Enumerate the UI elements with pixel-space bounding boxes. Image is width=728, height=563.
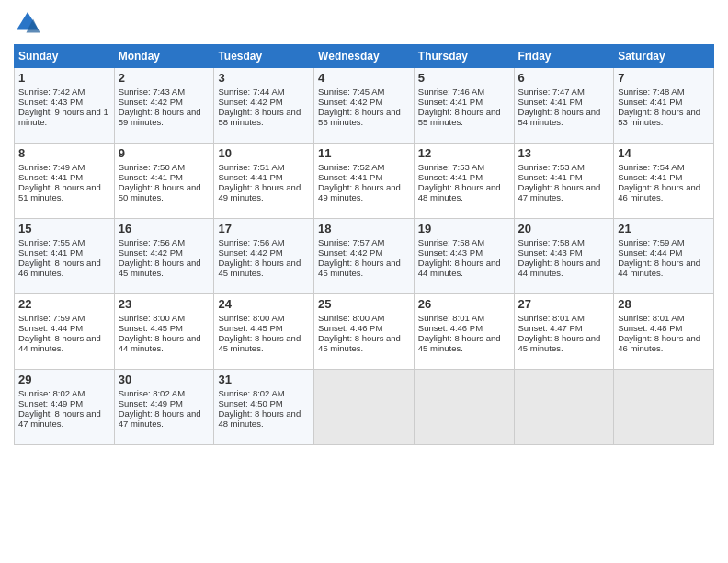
sunset: Sunset: 4:41 PM <box>518 172 583 182</box>
sunset: Sunset: 4:42 PM <box>119 97 183 107</box>
daylight: Daylight: 8 hours and 45 minutes. <box>318 333 401 353</box>
sunset: Sunset: 4:42 PM <box>218 97 282 107</box>
day-header-saturday: Saturday <box>614 45 714 68</box>
calendar-cell: 15Sunrise: 7:55 AMSunset: 4:41 PMDayligh… <box>15 219 115 294</box>
daylight: Daylight: 8 hours and 45 minutes. <box>318 258 401 278</box>
sunset: Sunset: 4:41 PM <box>518 97 583 107</box>
calendar-header-row: SundayMondayTuesdayWednesdayThursdayFrid… <box>15 45 714 68</box>
day-number: 28 <box>618 297 710 311</box>
day-number: 12 <box>418 146 510 160</box>
day-number: 26 <box>418 297 510 311</box>
sunset: Sunset: 4:41 PM <box>618 97 682 107</box>
daylight: Daylight: 8 hours and 45 minutes. <box>518 333 601 353</box>
calendar-cell: 31Sunrise: 8:02 AMSunset: 4:50 PMDayligh… <box>214 370 314 445</box>
calendar-cell: 9Sunrise: 7:50 AMSunset: 4:41 PMDaylight… <box>114 144 214 219</box>
day-number: 24 <box>218 297 310 311</box>
sunrise: Sunrise: 8:02 AM <box>218 388 284 398</box>
day-header-friday: Friday <box>514 45 614 68</box>
sunset: Sunset: 4:43 PM <box>518 247 583 258</box>
day-number: 4 <box>318 71 410 85</box>
calendar-cell: 29Sunrise: 8:02 AMSunset: 4:49 PMDayligh… <box>15 370 115 445</box>
sunrise: Sunrise: 8:00 AM <box>318 313 384 323</box>
day-number: 21 <box>618 222 710 236</box>
daylight: Daylight: 8 hours and 47 minutes. <box>518 182 601 202</box>
daylight: Daylight: 8 hours and 55 minutes. <box>418 107 501 127</box>
sunrise: Sunrise: 7:57 AM <box>318 237 384 247</box>
daylight: Daylight: 8 hours and 48 minutes. <box>218 408 301 429</box>
sunrise: Sunrise: 7:54 AM <box>618 162 684 172</box>
sunrise: Sunrise: 7:45 AM <box>318 86 384 97</box>
daylight: Daylight: 8 hours and 45 minutes. <box>418 333 501 353</box>
sunset: Sunset: 4:43 PM <box>418 247 483 258</box>
day-number: 1 <box>18 71 110 85</box>
daylight: Daylight: 8 hours and 46 minutes. <box>618 182 700 202</box>
sunrise: Sunrise: 7:47 AM <box>518 86 585 97</box>
day-number: 19 <box>418 222 510 236</box>
day-number: 25 <box>318 297 410 311</box>
day-number: 31 <box>218 373 310 386</box>
daylight: Daylight: 8 hours and 45 minutes. <box>218 333 301 353</box>
sunrise: Sunrise: 7:52 AM <box>318 162 384 172</box>
day-number: 15 <box>18 222 110 236</box>
day-number: 14 <box>618 146 710 160</box>
calendar-cell: 6Sunrise: 7:47 AMSunset: 4:41 PMDaylight… <box>514 68 614 144</box>
sunset: Sunset: 4:45 PM <box>119 323 183 333</box>
sunrise: Sunrise: 7:59 AM <box>18 313 85 323</box>
calendar-cell: 16Sunrise: 7:56 AMSunset: 4:42 PMDayligh… <box>114 219 214 294</box>
day-number: 8 <box>18 146 110 160</box>
day-number: 16 <box>119 222 210 236</box>
sunset: Sunset: 4:44 PM <box>618 247 682 258</box>
daylight: Daylight: 8 hours and 50 minutes. <box>119 182 201 202</box>
calendar-cell: 21Sunrise: 7:59 AMSunset: 4:44 PMDayligh… <box>614 219 714 294</box>
calendar-cell: 8Sunrise: 7:49 AMSunset: 4:41 PMDaylight… <box>15 144 115 219</box>
daylight: Daylight: 8 hours and 45 minutes. <box>218 258 301 278</box>
calendar-cell <box>314 370 415 445</box>
sunrise: Sunrise: 8:00 AM <box>119 313 185 323</box>
sunrise: Sunrise: 8:00 AM <box>218 313 284 323</box>
daylight: Daylight: 8 hours and 46 minutes. <box>18 258 101 278</box>
sunset: Sunset: 4:47 PM <box>518 323 583 333</box>
day-number: 10 <box>218 146 310 160</box>
calendar-body: 1Sunrise: 7:42 AMSunset: 4:43 PMDaylight… <box>15 68 714 445</box>
day-number: 7 <box>618 71 710 85</box>
calendar-cell: 22Sunrise: 7:59 AMSunset: 4:44 PMDayligh… <box>15 294 115 370</box>
sunrise: Sunrise: 7:59 AM <box>618 237 684 247</box>
daylight: Daylight: 8 hours and 45 minutes. <box>119 258 201 278</box>
daylight: Daylight: 8 hours and 49 minutes. <box>318 182 401 202</box>
calendar-cell <box>514 370 614 445</box>
day-number: 5 <box>418 71 510 85</box>
calendar-cell: 4Sunrise: 7:45 AMSunset: 4:42 PMDaylight… <box>314 68 415 144</box>
sunset: Sunset: 4:41 PM <box>119 172 183 182</box>
calendar-cell: 18Sunrise: 7:57 AMSunset: 4:42 PMDayligh… <box>314 219 415 294</box>
day-header-thursday: Thursday <box>414 45 514 68</box>
day-number: 27 <box>518 297 610 311</box>
sunrise: Sunrise: 7:53 AM <box>518 162 585 172</box>
day-number: 23 <box>119 297 210 311</box>
day-header-tuesday: Tuesday <box>214 45 314 68</box>
sunrise: Sunrise: 8:01 AM <box>518 313 585 323</box>
daylight: Daylight: 8 hours and 49 minutes. <box>218 182 301 202</box>
daylight: Daylight: 8 hours and 58 minutes. <box>218 107 301 127</box>
week-row-4: 22Sunrise: 7:59 AMSunset: 4:44 PMDayligh… <box>15 294 714 370</box>
calendar-cell: 14Sunrise: 7:54 AMSunset: 4:41 PMDayligh… <box>614 144 714 219</box>
calendar-cell: 28Sunrise: 8:01 AMSunset: 4:48 PMDayligh… <box>614 294 714 370</box>
sunrise: Sunrise: 7:48 AM <box>618 86 684 97</box>
sunset: Sunset: 4:43 PM <box>18 97 83 107</box>
sunrise: Sunrise: 7:53 AM <box>418 162 484 172</box>
daylight: Daylight: 8 hours and 47 minutes. <box>119 408 201 429</box>
sunset: Sunset: 4:50 PM <box>218 398 282 408</box>
sunset: Sunset: 4:42 PM <box>318 247 382 258</box>
day-number: 2 <box>119 71 210 85</box>
sunrise: Sunrise: 7:44 AM <box>218 86 284 97</box>
sunset: Sunset: 4:49 PM <box>18 398 83 408</box>
day-number: 3 <box>218 71 310 85</box>
calendar-cell: 7Sunrise: 7:48 AMSunset: 4:41 PMDaylight… <box>614 68 714 144</box>
sunset: Sunset: 4:41 PM <box>618 172 682 182</box>
sunrise: Sunrise: 8:01 AM <box>418 313 484 323</box>
daylight: Daylight: 8 hours and 53 minutes. <box>618 107 700 127</box>
sunset: Sunset: 4:49 PM <box>119 398 183 408</box>
daylight: Daylight: 8 hours and 46 minutes. <box>618 333 700 353</box>
daylight: Daylight: 8 hours and 44 minutes. <box>518 258 601 278</box>
day-number: 17 <box>218 222 310 236</box>
calendar-cell: 5Sunrise: 7:46 AMSunset: 4:41 PMDaylight… <box>414 68 514 144</box>
